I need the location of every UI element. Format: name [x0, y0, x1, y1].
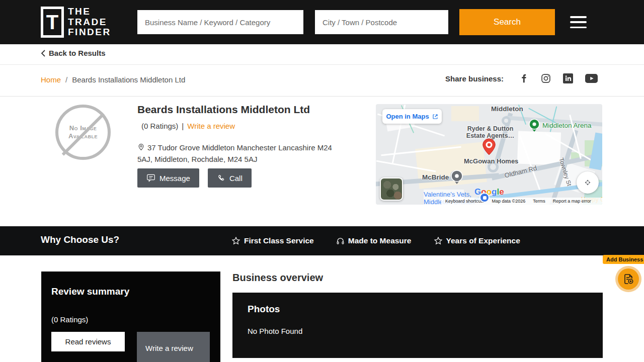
- map-red-pin-icon[interactable]: [482, 138, 496, 155]
- map-poi-arena-label: Middleton Arena: [542, 122, 592, 129]
- map-attribution: Keyboard shortcuts Map data ©2026 Terms …: [441, 198, 602, 205]
- ratings-count: (0 Ratings): [141, 122, 178, 130]
- review-buttons: Read reviews Write a review: [51, 332, 210, 362]
- message-button[interactable]: Message: [137, 168, 199, 188]
- lower-section: Review summary (0 Ratings) Read reviews …: [0, 255, 644, 362]
- feature-list: First Class Service Made to Measure Year…: [231, 226, 520, 255]
- menu-icon[interactable]: [570, 16, 587, 28]
- contact-buttons: Message Call: [137, 168, 252, 188]
- rating-line: (0 Ratings) | Write a review: [141, 122, 235, 130]
- map-keyboard-shortcuts[interactable]: Keyboard shortcuts: [445, 199, 485, 204]
- star-outline-icon: [434, 236, 443, 245]
- map-poi-valentines-label: Valentine's Vets,: [424, 191, 471, 198]
- photos-panel: Photos No Photo Found: [232, 293, 603, 358]
- back-bar: Back to Results: [0, 44, 644, 65]
- map-gray-pin-icon[interactable]: [450, 170, 463, 185]
- feature-label: Made to Measure: [348, 236, 412, 245]
- business-section: No Image Available Beards Installations …: [0, 97, 644, 226]
- logo-text: THE TRADE FINDER: [68, 7, 111, 38]
- breadcrumb-home-link[interactable]: Home: [41, 75, 61, 84]
- map-report-error-link[interactable]: Report a map error: [553, 199, 591, 204]
- review-summary-panel: Review summary (0 Ratings) Read reviews …: [41, 272, 220, 362]
- map-building: [451, 106, 479, 121]
- breadcrumb-current: Beards Installations Middleton Ltd: [72, 75, 185, 84]
- open-in-maps-button[interactable]: Open in Maps: [382, 109, 442, 124]
- page: T THE TRADE FINDER Search Back to Result…: [0, 0, 644, 362]
- satellite-view-thumbnail[interactable]: [380, 177, 403, 201]
- map-embed[interactable]: Middleton Ryder & Dutton Estate Agents… …: [376, 104, 602, 205]
- feature-made-to-measure: Made to Measure: [336, 236, 412, 245]
- chevron-left-icon: [41, 50, 45, 57]
- feature-label: First Class Service: [244, 236, 314, 245]
- map-poi-ryder-label: Ryder & Dutton Estate Agents…: [451, 125, 529, 139]
- location-search-input[interactable]: [315, 10, 448, 34]
- read-reviews-button[interactable]: Read reviews: [51, 332, 125, 351]
- write-review-link[interactable]: Write a review: [187, 122, 235, 130]
- add-business-button-inner: [618, 268, 639, 290]
- back-to-results-label: Back to Results: [49, 49, 106, 57]
- map-data-label: Map data ©2026: [492, 199, 526, 204]
- map-poi-mcbride-label: McBride: [422, 173, 449, 181]
- map-road-oldham-label: Oldham Rd: [504, 164, 537, 179]
- youtube-icon[interactable]: [585, 74, 598, 83]
- map-town-label: Middleton: [491, 105, 523, 113]
- map-green-pin-icon[interactable]: [528, 119, 540, 133]
- add-document-icon: [622, 273, 634, 285]
- logo[interactable]: T THE TRADE FINDER: [41, 7, 111, 38]
- business-overview-title: Business overview: [232, 272, 323, 284]
- write-review-button[interactable]: Write a review: [137, 332, 210, 362]
- no-image-placeholder: No Image Available: [55, 105, 111, 160]
- star-outline-icon: [231, 236, 240, 245]
- add-business-badge[interactable]: Add Business: [603, 255, 644, 264]
- business-address: 37 Tudor Grove Middleton Manchester Lanc…: [137, 142, 349, 165]
- open-in-maps-label: Open in Maps: [386, 113, 429, 120]
- map-poi-mcgowan-label: McGowan Homes: [464, 157, 518, 165]
- no-photo-message: No Photo Found: [248, 327, 588, 335]
- map-terms-link[interactable]: Terms: [533, 199, 545, 204]
- map-roundabout: [502, 116, 511, 125]
- add-business-button[interactable]: [615, 266, 641, 292]
- breadcrumb-separator: /: [65, 75, 67, 84]
- breadcrumb-bar: Home / Beards Installations Middleton Lt…: [0, 65, 644, 97]
- why-choose-us-bar: Why Choose Us? First Class Service Made …: [0, 226, 644, 255]
- phone-icon: [217, 174, 225, 183]
- headphones-icon: [336, 237, 345, 245]
- rating-divider: |: [182, 122, 184, 130]
- header: T THE TRADE FINDER Search: [0, 0, 644, 44]
- search-button[interactable]: Search: [459, 9, 555, 35]
- call-button-label: Call: [229, 174, 243, 183]
- location-pin-icon: [137, 143, 145, 151]
- share-business: Share business:: [445, 73, 598, 83]
- why-choose-us-title: Why Choose Us?: [41, 234, 119, 245]
- linkedin-icon[interactable]: [563, 73, 573, 83]
- chat-icon: [146, 174, 155, 182]
- breadcrumb: Home / Beards Installations Middleton Lt…: [41, 75, 185, 84]
- logo-t-icon: T: [41, 7, 64, 38]
- feature-first-class-service: First Class Service: [231, 236, 314, 245]
- facebook-icon[interactable]: [519, 73, 529, 83]
- map-transit-icon[interactable]: [479, 193, 490, 203]
- feature-label: Years of Experience: [446, 236, 520, 245]
- business-search-input[interactable]: [137, 10, 303, 34]
- share-business-label: Share business:: [445, 74, 504, 83]
- back-to-results-link[interactable]: Back to Results: [41, 49, 106, 57]
- instagram-icon[interactable]: [541, 73, 551, 83]
- fullscreen-arrows-icon: [583, 177, 593, 188]
- review-summary-title: Review summary: [51, 286, 210, 297]
- external-link-icon: [432, 114, 438, 120]
- message-button-label: Message: [159, 174, 190, 183]
- business-name: Beards Installations Middleton Ltd: [137, 104, 310, 116]
- feature-years-of-experience: Years of Experience: [434, 236, 520, 245]
- business-address-text: 37 Tudor Grove Middleton Manchester Lanc…: [137, 143, 332, 163]
- fullscreen-button[interactable]: [577, 171, 599, 194]
- review-ratings-count: (0 Ratings): [51, 315, 210, 324]
- call-button[interactable]: Call: [208, 168, 252, 188]
- photos-title: Photos: [248, 304, 588, 315]
